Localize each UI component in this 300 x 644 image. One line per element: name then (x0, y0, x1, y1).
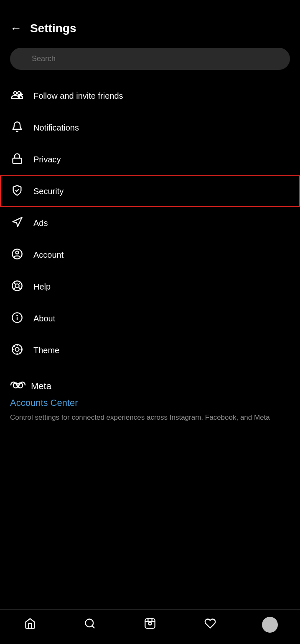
bottom-nav (0, 609, 300, 644)
follow-icon (10, 89, 24, 103)
meta-section: Meta Accounts Center Control settings fo… (0, 366, 300, 429)
menu-item-follow-invite[interactable]: Follow and invite friends (0, 80, 300, 112)
svg-point-8 (15, 284, 19, 287)
search-container (0, 44, 300, 80)
meta-label: Meta (31, 381, 51, 392)
back-button[interactable]: ← (10, 23, 22, 34)
menu-item-security[interactable]: Security (0, 175, 300, 207)
meta-logo-row: Meta (10, 380, 290, 393)
menu-item-account[interactable]: Account (0, 239, 300, 271)
svg-line-9 (14, 282, 15, 284)
bell-icon (10, 121, 24, 134)
accounts-center-description: Control settings for connected experienc… (10, 413, 290, 423)
search-wrapper (10, 48, 290, 70)
svg-point-27 (148, 622, 151, 625)
avatar (262, 617, 278, 633)
menu-label-privacy: Privacy (33, 155, 61, 164)
menu-item-privacy[interactable]: Privacy (0, 144, 300, 175)
svg-point-17 (15, 347, 19, 351)
megaphone-icon (10, 216, 24, 230)
svg-rect-4 (13, 158, 22, 164)
accounts-center-link[interactable]: Accounts Center (10, 398, 290, 408)
search-input[interactable] (10, 48, 290, 70)
person-circle-icon (10, 248, 24, 262)
svg-line-11 (19, 282, 20, 284)
svg-point-6 (16, 251, 19, 254)
svg-line-10 (19, 288, 20, 289)
heart-icon (204, 618, 216, 632)
reels-icon (144, 618, 156, 632)
shield-check-icon (10, 185, 24, 198)
nav-reels[interactable] (137, 616, 163, 634)
menu-label-help: Help (33, 282, 51, 292)
header: ← Settings (0, 0, 300, 44)
page-title: Settings (30, 22, 76, 35)
palette-icon (10, 344, 24, 357)
menu-item-theme[interactable]: Theme (0, 334, 300, 366)
menu-item-ads[interactable]: Ads (0, 207, 300, 239)
menu-list: Follow and invite friends Notifications … (0, 80, 300, 366)
meta-logo-icon (10, 380, 26, 393)
nav-search[interactable] (77, 616, 102, 634)
lifebuoy-icon (10, 280, 24, 293)
menu-label-theme: Theme (33, 346, 59, 355)
nav-activity[interactable] (198, 616, 223, 634)
menu-item-help[interactable]: Help (0, 271, 300, 303)
menu-label-about: About (33, 314, 55, 323)
menu-item-about[interactable]: About (0, 303, 300, 334)
menu-label-security: Security (33, 187, 64, 196)
nav-profile[interactable] (257, 616, 282, 634)
home-icon (24, 618, 36, 632)
svg-line-12 (14, 288, 15, 289)
svg-line-20 (14, 346, 15, 347)
nav-home[interactable] (18, 616, 43, 634)
info-circle-icon (10, 312, 24, 325)
svg-line-21 (20, 352, 21, 353)
menu-label-follow-invite: Follow and invite friends (33, 91, 123, 101)
menu-label-account: Account (33, 250, 64, 260)
menu-label-notifications: Notifications (33, 123, 79, 133)
svg-rect-26 (145, 618, 155, 628)
lock-icon (10, 153, 24, 166)
menu-label-ads: Ads (33, 218, 48, 228)
svg-line-25 (92, 626, 94, 628)
content-area: Follow and invite friends Notifications … (0, 80, 300, 471)
search-nav-icon (84, 618, 96, 632)
menu-item-notifications[interactable]: Notifications (0, 112, 300, 144)
